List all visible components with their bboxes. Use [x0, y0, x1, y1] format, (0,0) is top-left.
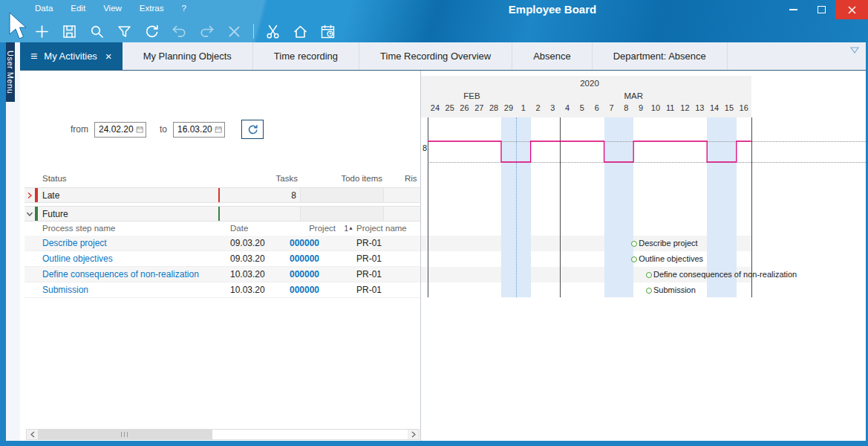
- search-icon[interactable]: [88, 23, 105, 40]
- day-label: 16: [737, 103, 751, 116]
- tab-absence[interactable]: Absence: [512, 42, 593, 70]
- content-area: from 24.02.20 to 16.03.20: [20, 71, 866, 441]
- activity-table-header: Status Tasks Todo items Ris: [20, 174, 420, 186]
- tab-label: My Planning Objects: [143, 51, 232, 62]
- capacity-value: 8: [421, 143, 427, 152]
- column-risks[interactable]: Ris: [405, 174, 417, 183]
- project-number-link[interactable]: 000000: [290, 269, 356, 279]
- maximize-icon: [818, 6, 826, 13]
- column-date[interactable]: Date: [230, 224, 290, 233]
- main-area: ≡My Activities×My Planning ObjectsTime r…: [20, 42, 866, 441]
- tab-my-planning-objects[interactable]: My Planning Objects: [123, 42, 253, 70]
- add-icon[interactable]: [33, 23, 50, 40]
- day-label: 12: [678, 103, 693, 116]
- day-label: 7: [604, 103, 619, 116]
- process-step-link[interactable]: Submission: [25, 285, 230, 295]
- column-tasks[interactable]: Tasks: [219, 174, 298, 183]
- day-label: 24: [428, 103, 443, 116]
- column-project-name[interactable]: Project name: [356, 224, 420, 233]
- month-label-feb: FEB: [428, 91, 516, 103]
- day-label: 1: [516, 103, 531, 116]
- filter-icon[interactable]: [116, 23, 133, 40]
- scroll-right-button[interactable]: [408, 430, 419, 439]
- process-step-link[interactable]: Define consequences of non-realization: [25, 269, 230, 279]
- activities-pane: from 24.02.20 to 16.03.20: [20, 71, 421, 441]
- status-group-future[interactable]: Future: [25, 206, 420, 222]
- process-step-row[interactable]: Define consequences of non-realization10…: [25, 267, 420, 282]
- day-label: 9: [633, 103, 648, 116]
- tab-department-absence[interactable]: Department: Absence: [593, 42, 728, 70]
- gantt-header: 2020 FEBMAR 2425262728291234567891011121…: [421, 76, 751, 117]
- menu-item-extras[interactable]: Extras: [140, 4, 164, 13]
- tab-time-recording[interactable]: Time recording: [253, 42, 359, 70]
- tab-label: Absence: [533, 51, 571, 62]
- milestone-label: Outline objectives: [639, 251, 703, 267]
- chevron-left-icon: [30, 431, 35, 438]
- milestone-marker[interactable]: [646, 272, 652, 278]
- day-label: 8: [619, 103, 633, 116]
- app-window: DataEditViewExtras? Employee Board Us: [0, 0, 868, 446]
- hamburger-icon: ≡: [30, 51, 37, 62]
- process-step-row[interactable]: Submission10.03.20000000PR-01: [25, 282, 420, 298]
- apply-range-button[interactable]: [241, 120, 264, 139]
- month-label-mar: MAR: [516, 91, 751, 103]
- project-name: PR-01: [356, 253, 420, 264]
- column-status[interactable]: Status: [42, 174, 67, 183]
- process-step-date: 10.03.20: [230, 285, 290, 295]
- milestone-marker[interactable]: [646, 288, 652, 294]
- minimize-button[interactable]: [779, 0, 807, 19]
- process-step-header: Process step name Date Project 1▲ Projec…: [25, 222, 420, 235]
- tab-time-recording-overview[interactable]: Time Recording Overview: [359, 42, 512, 70]
- redo-icon[interactable]: [198, 23, 215, 40]
- chevron-right-icon[interactable]: [25, 192, 35, 199]
- day-label: 3: [545, 103, 560, 116]
- close-button[interactable]: [835, 0, 868, 19]
- status-label: Late: [38, 190, 218, 201]
- chevron-down-icon[interactable]: [25, 210, 35, 218]
- process-step-row[interactable]: Outline objectives09.03.20000000PR-01: [25, 251, 420, 267]
- menu-item-view[interactable]: View: [103, 4, 122, 13]
- process-step-date: 09.03.20: [230, 238, 290, 248]
- to-date-input[interactable]: 16.03.20: [173, 122, 225, 138]
- status-group-late[interactable]: Late8: [25, 187, 420, 203]
- process-step-link[interactable]: Describe project: [25, 238, 230, 248]
- scrollbar-track[interactable]: [38, 430, 408, 439]
- scroll-left-button[interactable]: [27, 430, 38, 439]
- day-label: 15: [722, 103, 737, 116]
- menu-item-[interactable]: ?: [181, 4, 186, 13]
- group-tasks-value: 8: [218, 188, 300, 202]
- user-menu-tab[interactable]: User Menu: [6, 42, 15, 102]
- refresh-icon[interactable]: [143, 23, 160, 40]
- column-project-label: Project: [309, 224, 336, 233]
- home-icon[interactable]: [292, 23, 309, 40]
- column-process-step-name[interactable]: Process step name: [25, 224, 230, 233]
- project-number-link[interactable]: 000000: [290, 253, 356, 264]
- menu-item-data[interactable]: Data: [35, 4, 53, 13]
- planning-calendar-icon[interactable]: [319, 23, 336, 40]
- horizontal-scrollbar[interactable]: [26, 429, 420, 440]
- project-number-link[interactable]: 000000: [290, 285, 356, 295]
- process-step-row[interactable]: Describe project09.03.20000000PR-01: [25, 236, 420, 251]
- calendar-icon[interactable]: [215, 124, 222, 135]
- column-project[interactable]: Project 1▲: [290, 224, 356, 233]
- day-label: 29: [501, 103, 516, 116]
- calendar-icon[interactable]: [136, 124, 143, 135]
- scrollbar-thumb[interactable]: [38, 430, 212, 439]
- undo-icon[interactable]: [171, 23, 188, 40]
- delete-icon[interactable]: [226, 23, 243, 40]
- save-icon[interactable]: [61, 23, 78, 40]
- tab-my-activities[interactable]: ≡My Activities×: [20, 42, 123, 70]
- tab-overflow-icon[interactable]: [850, 47, 859, 54]
- close-tab-icon[interactable]: ×: [105, 51, 112, 62]
- from-date-input[interactable]: 24.02.20: [94, 122, 146, 138]
- day-label: 10: [648, 103, 663, 116]
- tools-icon[interactable]: [264, 23, 281, 40]
- group-risk-value: [383, 207, 420, 221]
- process-step-date: 10.03.20: [230, 269, 290, 279]
- menu-item-edit[interactable]: Edit: [71, 4, 85, 13]
- day-label: 14: [707, 103, 722, 116]
- project-number-link[interactable]: 000000: [290, 238, 356, 248]
- maximize-button[interactable]: [807, 0, 835, 19]
- process-step-link[interactable]: Outline objectives: [25, 253, 230, 264]
- column-todo-items[interactable]: Todo items: [302, 174, 382, 183]
